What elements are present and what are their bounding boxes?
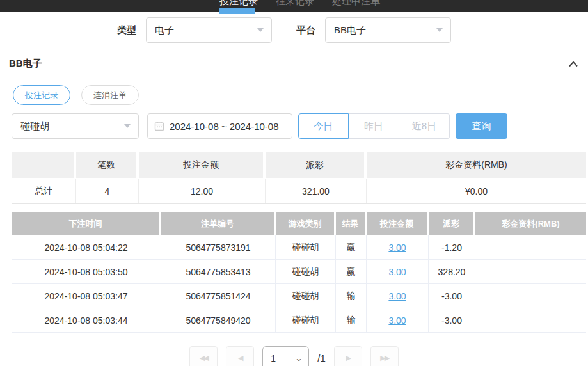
pill-bet-records[interactable]: 投注记录: [13, 85, 70, 105]
bet-amount-link[interactable]: 3.00: [388, 315, 406, 326]
cell-result: 输: [336, 308, 367, 332]
summary-total-count: 4: [76, 179, 139, 203]
summary-table: 笔数 投注金额 派彩 彩金资料(RMB) 总计 4 12.00 321.00 ¥…: [12, 152, 586, 204]
chevron-down-icon: [436, 28, 443, 32]
summary-header-bonus: 彩金资料(RMB): [367, 152, 586, 178]
detail-table-header: 下注时间 注单编号 游戏类别 结果 投注金额 派彩 彩金资料(RMB): [12, 212, 586, 235]
cell-payout: -3.00: [429, 284, 475, 308]
cell-bonus: [475, 260, 586, 283]
cell-time: 2024-10-08 05:03:50: [12, 260, 161, 283]
prev-page-icon: ◀: [238, 354, 242, 362]
cell-time: 2024-10-08 05:03:44: [12, 308, 161, 332]
table-row: 2024-10-08 05:04:22 5064775873191 碰碰胡 赢 …: [12, 235, 586, 260]
detail-header-bet: 投注金额: [367, 212, 427, 235]
first-page-icon: ◀◀: [200, 354, 208, 362]
game-select-value: 碰碰胡: [20, 120, 49, 132]
last8days-button[interactable]: 近8日: [399, 113, 450, 139]
platform-select[interactable]: BB电子: [325, 17, 451, 43]
cell-payout: 328.20: [429, 260, 475, 283]
today-button-label: 今日: [314, 120, 333, 132]
top-tab-pending-bets[interactable]: 处理中注单: [332, 0, 380, 8]
cell-time: 2024-10-08 05:04:22: [12, 235, 161, 259]
detail-header-payout: 派彩: [429, 212, 473, 235]
pill-label: 连消注单: [93, 90, 127, 101]
table-row: 2024-10-08 05:03:47 5064775851424 碰碰胡 输 …: [12, 284, 586, 308]
chevron-down-icon: ⌄: [295, 354, 303, 363]
next-page-icon: ▶: [346, 354, 350, 362]
last-page-button[interactable]: ▶▶: [370, 346, 399, 366]
table-row: 2024-10-08 05:03:44 5064775849420 碰碰胡 输 …: [12, 308, 586, 333]
detail-header-time: 下注时间: [12, 212, 159, 235]
cell-payout: -3.00: [429, 308, 475, 332]
cell-bonus: [475, 284, 586, 308]
page-number-value: 1: [271, 353, 276, 363]
date-range-input[interactable]: 2024-10-08 ~ 2024-10-08: [147, 113, 292, 139]
platform-label: 平台: [296, 24, 315, 36]
top-tab-transaction-records[interactable]: 往来记录: [276, 0, 314, 8]
first-page-button[interactable]: ◀◀: [189, 346, 218, 366]
game-select[interactable]: 碰碰胡: [12, 113, 139, 139]
detail-header-result: 结果: [336, 212, 365, 235]
cell-game: 碰碰胡: [276, 284, 336, 308]
next-page-button[interactable]: ▶: [334, 346, 362, 366]
summary-total-bonus: ¥0.00: [367, 179, 586, 203]
page-number-select[interactable]: 1 ⌄: [262, 346, 309, 366]
bet-amount-link[interactable]: 3.00: [388, 267, 406, 277]
detail-header-order-no: 注单编号: [161, 212, 274, 235]
yesterday-button-label: 昨日: [364, 120, 383, 132]
pill-label: 投注记录: [25, 90, 58, 101]
cell-payout: -1.20: [429, 235, 475, 259]
top-nav-tabs: 投注记录 往来记录 处理中注单: [219, 0, 380, 8]
detail-header-bonus: 彩金资料(RMB): [475, 212, 586, 235]
quick-date-button-group: 今日 昨日 近8日: [298, 113, 450, 139]
search-button-label: 查询: [472, 120, 491, 132]
active-tab-indicator: [219, 8, 255, 14]
cell-game: 碰碰胡: [276, 235, 336, 259]
type-select-value: 电子: [155, 24, 174, 36]
summary-total-label: 总计: [12, 179, 76, 203]
bet-detail-table: 下注时间 注单编号 游戏类别 结果 投注金额 派彩 彩金资料(RMB) 2024…: [12, 212, 586, 333]
cell-order-no: 5064775873191: [161, 235, 276, 259]
summary-header-count: 笔数: [76, 152, 136, 178]
chevron-down-icon: [124, 124, 131, 128]
chevron-up-icon: [568, 60, 578, 68]
summary-table-header: 笔数 投注金额 派彩 彩金资料(RMB): [12, 152, 586, 178]
type-label: 类型: [117, 24, 136, 36]
bet-amount-link[interactable]: 3.00: [388, 243, 406, 253]
search-button[interactable]: 查询: [456, 113, 507, 139]
cell-order-no: 5064775851424: [161, 284, 276, 308]
chevron-down-icon: [257, 28, 264, 32]
summary-total-payout: 321.00: [266, 179, 367, 203]
pill-cancelled-bets[interactable]: 连消注单: [81, 85, 139, 105]
cell-time: 2024-10-08 05:03:47: [12, 284, 161, 308]
date-range-value: 2024-10-08 ~ 2024-10-08: [170, 121, 279, 132]
secondary-filter-row: 碰碰胡 2024-10-08 ~ 2024-10-08 今日 昨日 近8日: [12, 113, 507, 139]
bet-amount-link[interactable]: 3.00: [388, 291, 406, 301]
cell-bonus: [475, 308, 586, 332]
yesterday-button[interactable]: 昨日: [349, 113, 399, 139]
prev-page-button[interactable]: ◀: [226, 346, 254, 366]
cell-result: 赢: [336, 235, 367, 259]
summary-header-payout: 派彩: [266, 152, 364, 178]
top-tab-bet-records[interactable]: 投注记录: [219, 0, 258, 8]
last8days-button-label: 近8日: [412, 120, 436, 132]
table-row: 2024-10-08 05:03:50 5064775853413 碰碰胡 赢 …: [12, 260, 586, 284]
platform-select-value: BB电子: [334, 24, 366, 36]
type-select[interactable]: 电子: [146, 17, 272, 43]
page-total-label: /1: [317, 346, 326, 366]
top-nav-bar: 投注记录 往来记录 处理中注单: [0, 0, 588, 12]
cell-result: 赢: [336, 260, 367, 283]
cell-bonus: [475, 235, 586, 259]
summary-header-bet-amount: 投注金额: [139, 152, 263, 178]
cell-order-no: 5064775853413: [161, 260, 276, 283]
detail-header-game: 游戏类别: [276, 212, 334, 235]
today-button[interactable]: 今日: [298, 113, 349, 139]
collapse-section-button[interactable]: [568, 58, 579, 70]
record-type-pills: 投注记录 连消注单: [13, 85, 139, 105]
section-header: BB电子: [9, 58, 579, 70]
pagination: ◀◀ ◀ 1 ⌄ /1 ▶ ▶▶: [0, 346, 588, 366]
primary-filter-row: 类型 电子 平台 BB电子: [117, 17, 451, 43]
summary-total-row: 总计 4 12.00 321.00 ¥0.00: [12, 179, 586, 204]
last-page-icon: ▶▶: [380, 354, 388, 362]
cell-game: 碰碰胡: [276, 308, 336, 332]
